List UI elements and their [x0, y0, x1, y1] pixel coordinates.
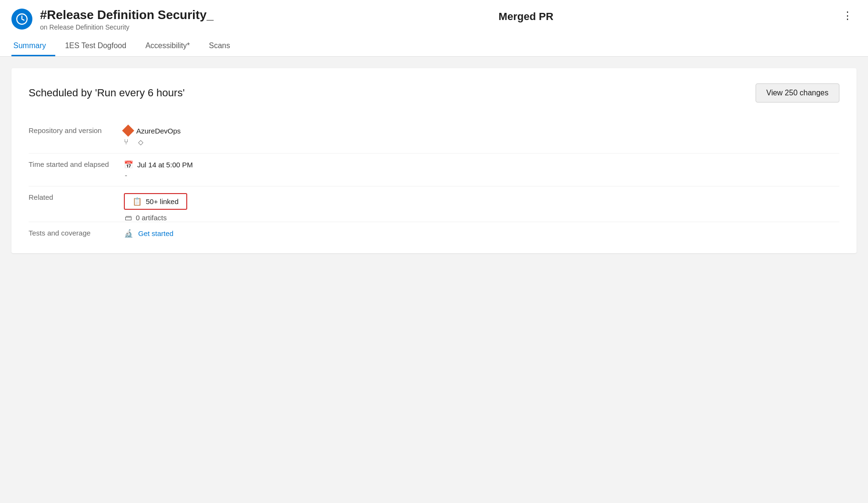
commit-icon: ◇ [138, 138, 143, 146]
header-left: #Release Definition Security_ on Release… [11, 8, 213, 31]
card-header-row: Scheduled by 'Run every 6 hours' View 25… [29, 83, 839, 103]
branch-icon: ⑂ [124, 138, 129, 146]
clock-icon [16, 13, 28, 25]
related-label: Related [29, 186, 124, 222]
link-icon: 📋 [132, 197, 142, 206]
tab-accessibility[interactable]: Accessibility* [136, 37, 199, 56]
main-content: Scheduled by 'Run every 6 hours' View 25… [0, 57, 868, 265]
time-value: 📅 Jul 14 at 5:00 PM - [124, 154, 839, 186]
summary-card: Scheduled by 'Run every 6 hours' View 25… [11, 68, 857, 253]
azure-devops-icon [122, 124, 134, 136]
header-bar: #Release Definition Security_ on Release… [0, 0, 868, 57]
scheduled-text: Scheduled by 'Run every 6 hours' [29, 87, 185, 99]
info-grid: Repository and version AzureDevOps ⑂ ◇ T… [29, 120, 839, 238]
tab-1es[interactable]: 1ES Test Dogfood [55, 37, 136, 56]
repo-label: Repository and version [29, 120, 124, 153]
repo-value: AzureDevOps ⑂ ◇ [124, 120, 839, 153]
header-title-group: #Release Definition Security_ on Release… [40, 8, 213, 31]
view-changes-button[interactable]: View 250 changes [756, 83, 839, 103]
tab-summary[interactable]: Summary [11, 37, 55, 56]
get-started-link[interactable]: Get started [138, 229, 173, 237]
repo-name-row: AzureDevOps [124, 126, 839, 135]
tab-nav: Summary 1ES Test Dogfood Accessibility* … [11, 37, 857, 56]
tests-value: 🔬 Get started [124, 222, 839, 238]
linked-count: 50+ linked [146, 197, 179, 205]
branch-row: ⑂ ◇ [124, 138, 839, 146]
linked-box[interactable]: 📋 50+ linked [124, 193, 187, 210]
calendar-icon: 📅 [124, 160, 133, 169]
time-text: Jul 14 at 5:00 PM [137, 161, 193, 169]
artifacts-icon: 🗃 [125, 214, 132, 222]
page-title: #Release Definition Security_ [40, 8, 213, 22]
tests-label: Tests and coverage [29, 222, 124, 238]
artifacts-count: 0 artifacts [136, 214, 167, 222]
time-main: 📅 Jul 14 at 5:00 PM [124, 160, 839, 169]
header-top: #Release Definition Security_ on Release… [11, 8, 857, 31]
page-subtitle: on Release Definition Security [40, 23, 213, 31]
elapsed-value: - [124, 171, 839, 179]
menu-icon[interactable]: ⋮ [838, 8, 857, 24]
repo-name: AzureDevOps [136, 127, 181, 135]
artifacts-row: 🗃 0 artifacts [124, 214, 839, 222]
tab-scans[interactable]: Scans [200, 37, 240, 56]
test-flask-icon: 🔬 [124, 229, 133, 238]
time-label: Time started and elapsed [29, 154, 124, 186]
avatar [11, 9, 32, 30]
related-value: 📋 50+ linked 🗃 0 artifacts [124, 186, 839, 222]
merged-pr-status: Merged PR [213, 8, 838, 23]
